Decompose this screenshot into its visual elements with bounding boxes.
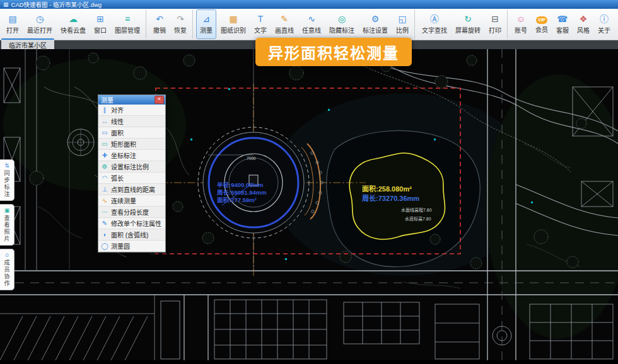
blob-area-text: 面积:258.080m² — [362, 185, 412, 193]
toolbar-button-open[interactable]: ▤ 打开 — [3, 9, 23, 39]
side-tab-sync-annotation[interactable]: ⇅ 同步标注 — [0, 159, 15, 201]
measure-tool-label: 弧长 — [111, 173, 124, 183]
measure-tool-icon: ↔ — [101, 118, 108, 125]
toolbar-label: 账号 — [515, 25, 527, 35]
toolbar-button-style[interactable]: ❖ 风格 — [573, 9, 593, 39]
toolbar-icon: ⚙ — [371, 14, 380, 25]
toolbar-button-about[interactable]: ⓘ 关于 — [594, 9, 614, 39]
toolbar-button-cloud-disk[interactable]: ☁ 快看云盘 — [57, 9, 90, 39]
toolbar-label: 风格 — [577, 25, 590, 35]
measure-tool[interactable]: ⋯ 查看分段长度 — [98, 207, 165, 218]
side-tab-member-collab[interactable]: ☺ 成员协作 — [0, 249, 15, 290]
toolbar-icon: ◎ — [338, 14, 346, 25]
measure-tool[interactable]: ◠ 弧长 — [98, 173, 165, 184]
side-tab-label: 成员协作 — [3, 259, 11, 287]
cad-drawing: 7000 半径:9400.00mm 周长:59081.94mm 面积:277.5… — [0, 49, 618, 360]
measure-tool-icon: ⊥ — [101, 186, 108, 193]
side-tab-label: 同步标注 — [3, 170, 11, 198]
toolbar-button-service[interactable]: ☎ 客服 — [552, 9, 573, 39]
measure-tool[interactable]: ▭ 矩形面积 — [98, 139, 165, 150]
toolbar-button-account[interactable]: ☺ 账号 — [511, 9, 531, 39]
toolbar-button-redo[interactable]: ↷ 恢复 — [170, 9, 193, 39]
measure-tool-icon: ▭ — [101, 140, 108, 147]
toolbar-label: 恢复 — [174, 25, 187, 35]
toolbar-label: 窗口 — [94, 25, 107, 35]
toolbar-icon: ↻ — [464, 14, 472, 25]
app-window: ▦ CAD快速看图 - 临沂市某小区.dwg ▤ 打开 ◷ 最近打开 ☁ 快看云… — [0, 0, 618, 364]
close-icon[interactable]: × — [154, 96, 164, 104]
measure-tool[interactable]: ✎ 修改单个标注属性 — [98, 218, 165, 229]
toolbar-label: 打开 — [6, 25, 19, 35]
measure-tool-icon: ✚ — [101, 152, 108, 159]
measure-tool-label: 面积 (含弧线) — [111, 230, 148, 239]
promo-banner: 异形面积轻松测量 — [255, 38, 412, 66]
circle-radius-text: 半径:9400.00mm — [217, 181, 263, 188]
measure-tool[interactable]: ✚ 坐标标注 — [98, 150, 165, 161]
toolbar-button-layer-manage[interactable]: ≡ 图层管理 — [111, 9, 146, 39]
side-tab-view-photos[interactable]: ▣ 查看照片 — [0, 204, 15, 246]
toolbar-button-scale[interactable]: ◱ 比例 — [392, 9, 415, 39]
measure-panel-items: ∥ 对齐 ↔ 线性 ▭ 面积 ▭ 矩形面积 — [98, 105, 165, 252]
measure-panel-titlebar[interactable]: 测量 × — [98, 95, 165, 105]
toolbar-button-undo[interactable]: ↶ 撤销 — [149, 9, 170, 39]
toolbar-button-site[interactable]: K 小站 — [615, 9, 618, 39]
toolbar-label: 任意线 — [302, 25, 321, 35]
toolbar-label: 撤销 — [153, 25, 166, 35]
circle-perimeter-text: 周长:59081.94mm — [217, 189, 267, 196]
measure-tool[interactable]: ▭ 面积 — [98, 127, 165, 139]
side-tab-icon: ⇅ — [4, 162, 9, 169]
side-tab-icon: ☺ — [4, 252, 9, 258]
measure-tool[interactable]: ◯ 测量圆 — [98, 241, 165, 252]
toolbar-label: 客服 — [556, 25, 569, 35]
pond-bottom-text: 水底标高7.80 — [405, 216, 431, 222]
toolbar-button-free-line[interactable]: ∿ 任意线 — [298, 9, 325, 39]
toolbar-icon: ↷ — [177, 14, 184, 25]
measure-tool-icon: ▭ — [101, 129, 108, 136]
toolbar-icon: ≡ — [125, 14, 130, 25]
toolbar-button-window[interactable]: ⊞ 窗口 — [90, 9, 110, 39]
measure-tool-label: 设置标注比例 — [111, 162, 149, 171]
measure-tool-icon: ∿ — [101, 197, 108, 204]
measure-tool[interactable]: ∥ 对齐 — [98, 105, 165, 116]
pond-level-text: 水面线高程7.80 — [401, 207, 432, 213]
toolbar-icon: ∿ — [308, 14, 315, 25]
side-tabs: ⇅ 同步标注 ▣ 查看照片 ☺ 成员协作 — [0, 159, 15, 290]
toolbar-icon: ⓘ — [600, 14, 609, 25]
toolbar-label: 隐藏标注 — [329, 25, 354, 35]
toolbar-label: 打印 — [489, 25, 501, 35]
toolbar-button-drawing-recognize[interactable]: ▦ 图纸识别 — [217, 9, 250, 39]
measure-tool[interactable]: ◗ 面积 (含弧线) — [98, 229, 165, 241]
cad-canvas[interactable]: 7000 半径:9400.00mm 周长:59081.94mm 面积:277.5… — [0, 49, 618, 360]
toolbar-button-draw-line[interactable]: ✎ 画直线 — [271, 9, 298, 39]
measure-tool-icon: ∥ — [101, 106, 108, 113]
toolbar-button-text-find[interactable]: Ⓐ 文字查找 — [418, 9, 451, 39]
toolbar-button-text[interactable]: T 文字 — [250, 9, 271, 39]
measure-tool[interactable]: ∿ 连续测量 — [98, 195, 165, 207]
measure-tool-label: 坐标标注 — [111, 151, 136, 160]
bottom-bar — [0, 360, 618, 364]
measure-tool-icon: ⋯ — [101, 208, 108, 215]
app-icon: ▦ — [3, 1, 9, 8]
measure-tool[interactable]: ⊥ 点到直线的距离 — [98, 184, 165, 195]
toolbar-label: 标注设置 — [363, 25, 388, 35]
measure-tool-label: 测量圆 — [111, 241, 130, 251]
toolbar-label: 快看云盘 — [61, 25, 86, 35]
toolbar-button-vip[interactable]: VIP 会员 — [532, 9, 552, 39]
toolbar-button-screen-rotate[interactable]: ↻ 屏幕旋转 — [452, 9, 484, 39]
toolbar-button-hide-annotation[interactable]: ◎ 隐藏标注 — [325, 9, 358, 39]
measure-tool-label: 线性 — [111, 117, 124, 126]
toolbar-button-annotation-settings[interactable]: ⚙ 标注设置 — [359, 9, 392, 39]
measure-tool-label: 查看分段长度 — [111, 207, 149, 217]
side-tab-icon: ▣ — [4, 207, 10, 213]
measure-tool[interactable]: ⚙ 设置标注比例 — [98, 161, 165, 173]
toolbar-label: 文字 — [254, 25, 267, 35]
measure-tool-icon: ◗ — [101, 231, 108, 238]
toolbar-label: 最近打开 — [27, 25, 52, 35]
toolbar-button-measure[interactable]: ⊿ 测量 — [196, 9, 216, 39]
toolbar-icon: Ⓐ — [430, 14, 439, 25]
measure-tool-label: 连续测量 — [111, 196, 136, 205]
measure-tool-label: 矩形面积 — [111, 139, 136, 149]
measure-tool[interactable]: ↔ 线性 — [98, 116, 165, 127]
toolbar-button-print[interactable]: ⊟ 打印 — [485, 9, 508, 39]
toolbar-button-recent-open[interactable]: ◷ 最近打开 — [23, 9, 56, 39]
